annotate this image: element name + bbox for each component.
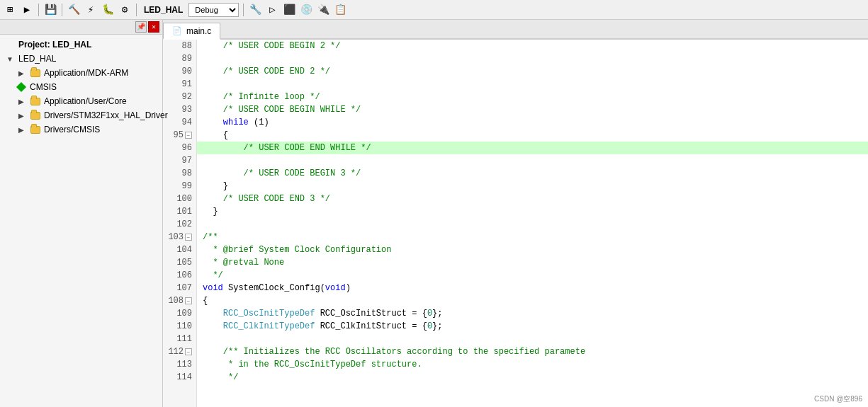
ln-109: 109 bbox=[163, 307, 196, 320]
sidebar-close-btn[interactable]: ✕ bbox=[148, 21, 159, 33]
sep1 bbox=[38, 4, 39, 16]
settings-icon[interactable]: ⚙ bbox=[118, 3, 132, 17]
folder-usercore-icon bbox=[30, 96, 41, 107]
flash-icon[interactable]: ⚡ bbox=[84, 3, 98, 17]
watermark: CSDN @空896 bbox=[814, 394, 862, 404]
tab-bar: 📄 main.c bbox=[163, 20, 868, 40]
code-line-110: RCC_ClkInitTypeDef RCC_ClkInitStruct = {… bbox=[197, 320, 868, 333]
file-icon: 📄 bbox=[172, 26, 182, 35]
code-line-96: /* USER CODE END WHILE */ bbox=[197, 142, 868, 154]
collapse-103[interactable]: − bbox=[185, 234, 192, 241]
tab-main-c[interactable]: 📄 main.c bbox=[163, 23, 220, 40]
sidebar-pin-btn[interactable]: 📌 bbox=[135, 21, 147, 33]
debug-icon[interactable]: 🐛 bbox=[101, 3, 115, 17]
sidebar-item-label: LED_HAL bbox=[18, 54, 56, 64]
code-line-100: /* USER CODE END 3 */ bbox=[197, 193, 868, 205]
sidebar-item-ledhal[interactable]: ▼ LED_HAL bbox=[0, 52, 162, 66]
ln-101: 101 bbox=[163, 205, 196, 218]
connect-icon[interactable]: 🔌 bbox=[316, 3, 330, 17]
editor-area: 📄 main.c 88 89 90 91 92 93 94 95− 96 97 … bbox=[163, 20, 868, 407]
folder-dcmsis-icon bbox=[30, 124, 41, 135]
code-line-88: /* USER CODE BEGIN 2 */ bbox=[197, 40, 868, 52]
expand-icon4: ▶ bbox=[16, 110, 27, 121]
ln-89: 89 bbox=[163, 52, 196, 65]
folder-hal-icon bbox=[30, 110, 41, 121]
sep2 bbox=[62, 4, 62, 16]
collapse-108[interactable]: − bbox=[185, 297, 192, 304]
code-line-98: /* USER CODE BEGIN 3 */ bbox=[197, 167, 868, 180]
ln-112: 112− bbox=[163, 345, 196, 358]
sep4 bbox=[243, 4, 244, 16]
line-numbers: 88 89 90 91 92 93 94 95− 96 97 98 99 100… bbox=[163, 40, 197, 407]
ln-113: 113 bbox=[163, 358, 196, 371]
code-line-107: void SystemClock_Config(void) bbox=[197, 282, 868, 294]
ln-108: 108− bbox=[163, 294, 196, 307]
code-line-91 bbox=[197, 78, 868, 91]
sidebar-header: 📌 ✕ bbox=[0, 20, 162, 35]
sidebar-item-usercore[interactable]: ▶ Application/User/Core bbox=[0, 94, 162, 108]
expand-icon: ▼ bbox=[4, 53, 16, 64]
project-label: LED_HAL bbox=[141, 5, 186, 15]
sidebar-item-drivers-cmsis[interactable]: ▶ Drivers/CMSIS bbox=[0, 122, 162, 137]
code-line-109: RCC_OscInitTypeDef RCC_OscInitStruct = {… bbox=[197, 307, 868, 320]
main-layout: 📌 ✕ Project: LED_HAL ▼ LED_HAL ▶ Applica… bbox=[0, 20, 868, 407]
ln-88: 88 bbox=[163, 40, 196, 52]
sidebar-item-mdk[interactable]: ▶ Application/MDK-ARM bbox=[0, 66, 162, 80]
collapse-112[interactable]: − bbox=[185, 348, 192, 355]
ln-102: 102 bbox=[163, 218, 196, 231]
code-line-105: * @retval None bbox=[197, 256, 868, 269]
ln-94: 94 bbox=[163, 116, 196, 129]
build-icon[interactable]: 🔨 bbox=[67, 3, 81, 17]
grid-icon[interactable]: ⊞ bbox=[3, 3, 17, 17]
ln-107: 107 bbox=[163, 282, 196, 294]
code-line-97 bbox=[197, 154, 868, 167]
code-line-102 bbox=[197, 218, 868, 231]
ln-91: 91 bbox=[163, 78, 196, 91]
code-line-111 bbox=[197, 333, 868, 345]
ln-95: 95− bbox=[163, 129, 196, 142]
sidebar-item-drivers-cmsis-label: Drivers/CMSIS bbox=[44, 125, 100, 134]
sidebar: 📌 ✕ Project: LED_HAL ▼ LED_HAL ▶ Applica… bbox=[0, 20, 163, 407]
expand-icon3: ▶ bbox=[16, 96, 27, 107]
ln-106: 106 bbox=[163, 269, 196, 282]
code-lines[interactable]: /* USER CODE BEGIN 2 */ /* USER CODE END… bbox=[197, 40, 868, 407]
code-line-90: /* USER CODE END 2 */ bbox=[197, 65, 868, 78]
diamond-icon-el bbox=[16, 81, 27, 93]
ln-90: 90 bbox=[163, 65, 196, 78]
stop-icon[interactable]: ⬛ bbox=[282, 3, 296, 17]
chip-icon[interactable]: 💿 bbox=[299, 3, 313, 17]
run-icon[interactable]: ▷ bbox=[265, 3, 279, 17]
code-line-89 bbox=[197, 52, 868, 65]
collapse-95[interactable]: − bbox=[185, 132, 192, 139]
code-line-99: } bbox=[197, 180, 868, 193]
code-line-108: { bbox=[197, 294, 868, 307]
save-icon[interactable]: 💾 bbox=[43, 3, 57, 17]
code-line-114: */ bbox=[197, 371, 868, 384]
toolbar: ⊞ ▶ 💾 🔨 ⚡ 🐛 ⚙ LED_HAL Debug Release 🔧 ▷ … bbox=[0, 0, 868, 20]
ln-110: 110 bbox=[163, 320, 196, 333]
ln-100: 100 bbox=[163, 193, 196, 205]
build2-icon[interactable]: 🔧 bbox=[248, 3, 262, 17]
extra-icon[interactable]: 📋 bbox=[333, 3, 347, 17]
config-dropdown[interactable]: Debug Release bbox=[188, 3, 239, 17]
sidebar-tree: Project: LED_HAL ▼ LED_HAL ▶ Application… bbox=[0, 35, 162, 139]
code-line-94: while (1) bbox=[197, 116, 868, 129]
tab-label: main.c bbox=[186, 26, 211, 36]
sidebar-item-cmsis[interactable]: CMSIS bbox=[0, 80, 162, 94]
sidebar-controls: 📌 ✕ bbox=[135, 21, 159, 33]
code-line-101: } bbox=[197, 205, 868, 218]
ln-92: 92 bbox=[163, 91, 196, 103]
project-label: Project: LED_HAL bbox=[18, 40, 91, 50]
sidebar-item-project[interactable]: Project: LED_HAL bbox=[0, 38, 162, 52]
code-content[interactable]: 88 89 90 91 92 93 94 95− 96 97 98 99 100… bbox=[163, 40, 868, 407]
ln-111: 111 bbox=[163, 333, 196, 345]
arrow-icon[interactable]: ▶ bbox=[20, 3, 34, 17]
ln-103: 103− bbox=[163, 231, 196, 243]
project-icon bbox=[4, 39, 16, 50]
code-line-113: * in the RCC_OscInitTypeDef structure. bbox=[197, 358, 868, 371]
ln-96: 96 bbox=[163, 142, 196, 154]
sidebar-item-hal-driver[interactable]: ▶ Drivers/STM32F1xx_HAL_Driver bbox=[0, 108, 162, 122]
expand-icon5: ▶ bbox=[16, 124, 27, 135]
expand-icon2: ▶ bbox=[16, 67, 27, 79]
ln-93: 93 bbox=[163, 103, 196, 116]
